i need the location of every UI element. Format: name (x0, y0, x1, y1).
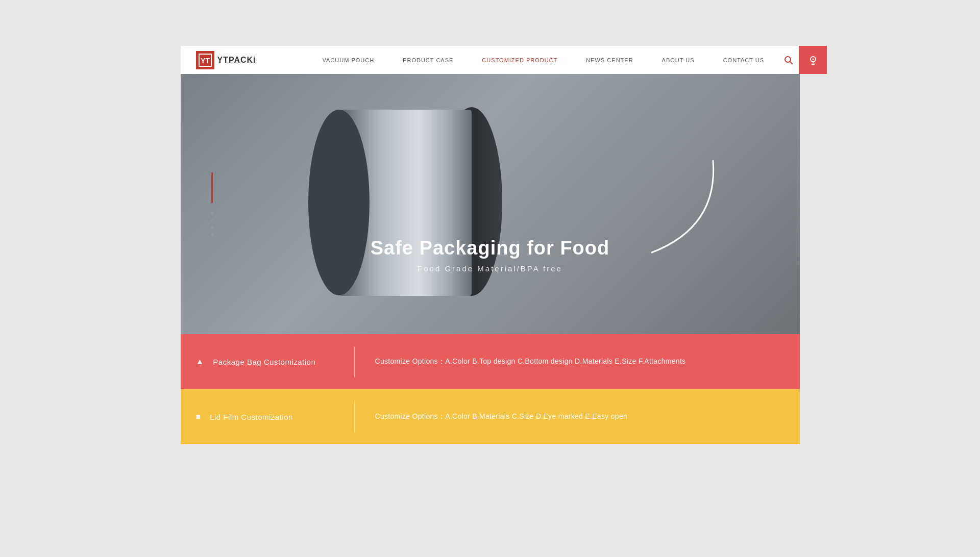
lid-film-title: Lid Film Customization (210, 413, 293, 421)
hero-title: Safe Packaging for Food (371, 237, 610, 259)
sidebar-navigation (211, 172, 213, 236)
arc-decoration (642, 150, 723, 263)
logo-icon: YT (196, 51, 214, 69)
package-bag-row: ▲ Package Bag Customization Customize Op… (181, 334, 800, 389)
sidebar-dot-2[interactable] (211, 219, 213, 221)
package-bag-title: Package Bag Customization (213, 358, 315, 366)
lid-film-icon: ■ (196, 412, 201, 421)
nav-customized-product[interactable]: CUSTOMIZED PRODUCT (468, 57, 572, 63)
package-bag-left: ▲ Package Bag Customization (181, 357, 354, 366)
package-bag-options-text: A.Color B.Top design C.Bottom design D.M… (445, 357, 685, 365)
hero-section: Safe Packaging for Food Food Grade Mater… (181, 74, 800, 334)
hero-text-area: Safe Packaging for Food Food Grade Mater… (371, 237, 610, 273)
package-bag-icon: ▲ (196, 357, 204, 366)
nav-news-center[interactable]: NEWS CENTER (572, 57, 647, 63)
lid-film-left: ■ Lid Film Customization (181, 412, 354, 421)
page-wrapper: YT YTPACKi VACUUM POUCH PRODUCT CASE CUS… (0, 0, 980, 557)
lid-film-options-text: A.Color B.Materials C.Size D.Eye marked … (445, 412, 627, 420)
site-container: YT YTPACKi VACUUM POUCH PRODUCT CASE CUS… (181, 46, 800, 444)
nav-product-case[interactable]: PRODUCT CASE (388, 57, 468, 63)
nav-vacuum-pouch[interactable]: VACUUM POUCH (308, 57, 389, 63)
nav-contact-us[interactable]: CONTACT US (709, 57, 779, 63)
package-bag-customize-label: Customize Options： (375, 357, 446, 365)
nav-about-us[interactable]: ABOUT US (648, 57, 709, 63)
svg-point-8 (308, 110, 370, 295)
package-bag-right: Customize Options：A.Color B.Top design C… (355, 357, 800, 366)
product-sections: ▲ Package Bag Customization Customize Op… (181, 334, 800, 444)
contact-button[interactable] (799, 46, 827, 74)
search-button[interactable] (778, 46, 799, 74)
lid-film-customize-label: Customize Options： (375, 412, 446, 420)
header: YT YTPACKi VACUUM POUCH PRODUCT CASE CUS… (181, 46, 800, 74)
sidebar-dot-4[interactable] (211, 234, 213, 236)
sidebar-dot-1[interactable] (211, 212, 213, 214)
lid-film-right: Customize Options：A.Color B.Materials C.… (355, 412, 800, 421)
package-bag-options: Customize Options：A.Color B.Top design C… (375, 357, 686, 366)
sidebar-line (211, 172, 213, 203)
film-roll-image (308, 99, 574, 314)
lid-film-options: Customize Options：A.Color B.Materials C.… (375, 412, 628, 421)
lid-film-row: ■ Lid Film Customization Customize Optio… (181, 389, 800, 444)
logo-text: YTPACKi (217, 56, 256, 65)
logo-area[interactable]: YT YTPACKi (196, 51, 257, 69)
sidebar-dot-3[interactable] (211, 226, 213, 229)
svg-line-3 (790, 61, 793, 64)
hero-subtitle: Food Grade Material/BPA free (371, 264, 610, 273)
main-nav: VACUUM POUCH PRODUCT CASE CUSTOMIZED PRO… (308, 57, 779, 63)
header-actions (778, 46, 827, 74)
svg-text:YT: YT (201, 57, 210, 65)
svg-point-5 (812, 58, 814, 60)
